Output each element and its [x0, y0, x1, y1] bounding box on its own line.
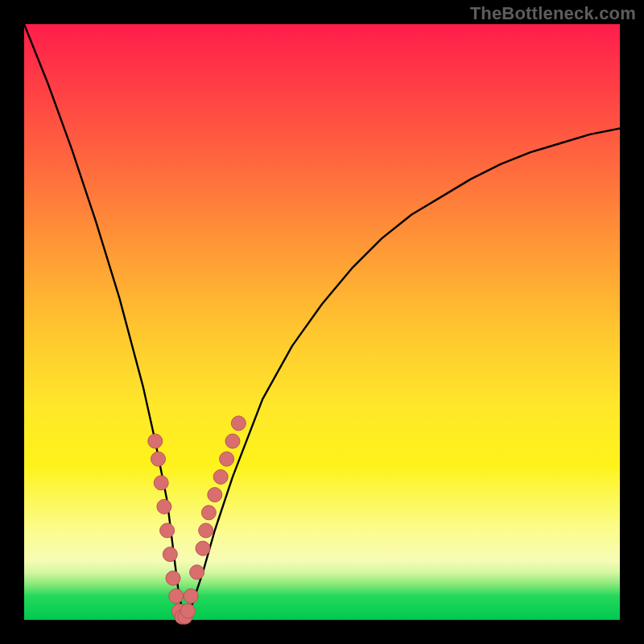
chart-frame: TheBottleneck.com	[0, 0, 644, 644]
data-marker	[157, 499, 171, 514]
curve-svg	[24, 24, 620, 620]
watermark-text: TheBottleneck.com	[470, 3, 636, 24]
data-marker	[208, 488, 222, 502]
data-marker	[225, 434, 240, 448]
marker-group	[148, 416, 246, 625]
data-marker	[163, 547, 177, 562]
data-marker	[166, 571, 180, 585]
data-marker	[169, 588, 184, 603]
data-marker	[148, 434, 163, 448]
data-marker	[196, 541, 210, 555]
plot-area	[24, 24, 620, 620]
data-marker	[154, 476, 168, 490]
data-marker	[231, 416, 246, 431]
data-marker	[151, 452, 166, 466]
data-marker	[184, 588, 198, 603]
data-marker	[201, 506, 216, 520]
data-marker	[190, 565, 204, 580]
data-marker	[181, 604, 196, 618]
data-marker	[220, 452, 234, 466]
bottleneck-curve	[24, 24, 620, 620]
data-marker	[199, 523, 213, 538]
data-marker	[160, 523, 175, 538]
data-marker	[213, 469, 228, 484]
